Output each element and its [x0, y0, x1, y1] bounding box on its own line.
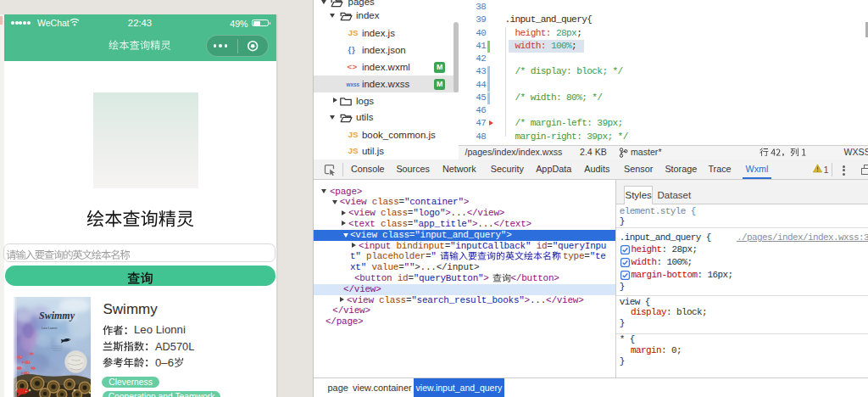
svg-text:Swimmy: Swimmy: [39, 309, 75, 321]
svg-text:Leo Lionni: Leo Lionni: [42, 325, 58, 329]
